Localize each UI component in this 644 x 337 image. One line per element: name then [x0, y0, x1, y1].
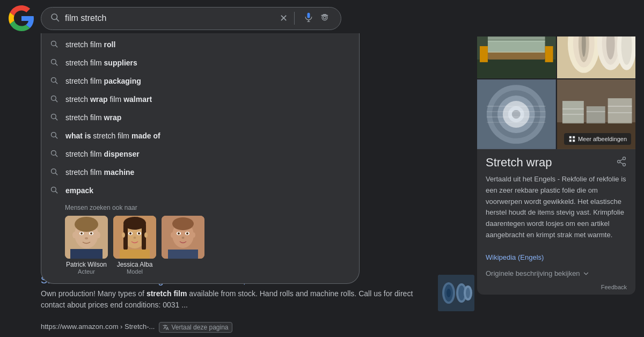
- translate-text: Vertaal deze pagina: [171, 324, 228, 331]
- svg-line-22: [55, 173, 57, 174]
- result-snippet: Own production! Many types of stretch fi…: [41, 288, 431, 311]
- search-bar[interactable]: film stretch ✕: [41, 7, 341, 30]
- clear-button[interactable]: ✕: [280, 12, 288, 24]
- autocomplete-text: stretch wrap film walmart: [65, 95, 152, 104]
- source-label: Originele beschrijving bekijken: [486, 269, 580, 277]
- autocomplete-text: stretch film suppliers: [65, 58, 137, 67]
- svg-line-153: [620, 162, 623, 164]
- person-avatar: [162, 216, 204, 259]
- svg-rect-114: [545, 46, 553, 62]
- kp-image-film-roll[interactable]: [477, 79, 556, 149]
- autocomplete-text: stretch film wrap: [65, 113, 121, 122]
- svg-line-10: [55, 63, 57, 65]
- voice-icon[interactable]: [303, 12, 314, 25]
- result-url: https://www.amazon.com › Stretch-...: [41, 323, 155, 331]
- svg-rect-139: [586, 106, 605, 123]
- svg-point-104: [466, 288, 470, 298]
- svg-point-51: [172, 217, 194, 230]
- autocomplete-item[interactable]: empack: [41, 181, 359, 200]
- person-name: Patrick Wilson: [66, 261, 107, 268]
- feedback-label[interactable]: Feedback: [477, 282, 635, 295]
- svg-point-27: [75, 217, 98, 232]
- grid-icon: [568, 135, 576, 143]
- svg-rect-140: [608, 98, 632, 123]
- svg-point-45: [134, 237, 136, 239]
- more-images-button[interactable]: Meer afbeeldingen: [564, 133, 631, 145]
- search-suggestion-icon: [50, 167, 58, 177]
- search-suggestion-icon: [50, 131, 58, 141]
- svg-point-47: [144, 232, 148, 238]
- kp-image-warehouse[interactable]: Meer afbeeldingen: [557, 79, 636, 149]
- svg-point-33: [72, 232, 77, 238]
- search-suggestion-icon: [50, 186, 58, 195]
- autocomplete-item[interactable]: what is stretch film made of: [41, 127, 359, 145]
- people-also-search: Mensen zoeken ook naar: [41, 200, 359, 277]
- svg-point-54: [178, 232, 180, 235]
- person-avatar: [65, 216, 108, 259]
- svg-rect-148: [569, 140, 572, 142]
- autocomplete-text: what is stretch film made of: [65, 131, 160, 140]
- result-image-thumbnail: [438, 275, 474, 311]
- person-name: Jessica Alba: [117, 261, 153, 268]
- autocomplete-text: stretch film roll: [65, 40, 115, 49]
- search-divider: [294, 12, 295, 25]
- search-input[interactable]: film stretch: [65, 13, 280, 23]
- autocomplete-text: empack: [65, 186, 93, 195]
- svg-line-20: [55, 155, 57, 156]
- person-card[interactable]: [162, 216, 204, 275]
- svg-rect-138: [562, 101, 583, 123]
- svg-point-56: [182, 237, 185, 239]
- google-logo: [9, 5, 34, 31]
- autocomplete-item[interactable]: stretch film wrap: [41, 108, 359, 127]
- share-button[interactable]: [616, 156, 627, 170]
- kp-description: Vertaald uit het Engels - Rekfolie of re…: [477, 174, 635, 269]
- autocomplete-item[interactable]: stretch film suppliers: [41, 54, 359, 72]
- knowledge-panel-container: Meer afbeeldingen Stretch wrap Vertaald …: [477, 9, 635, 295]
- autocomplete-text: stretch film machine: [65, 168, 134, 177]
- svg-rect-112: [477, 60, 556, 78]
- svg-rect-113: [480, 46, 488, 62]
- autocomplete-item[interactable]: stretch film roll: [41, 35, 359, 54]
- svg-point-6: [324, 16, 326, 19]
- header: film stretch ✕: [0, 0, 644, 36]
- search-suggestion-icon: [50, 58, 58, 68]
- svg-point-43: [129, 232, 131, 235]
- svg-point-32: [85, 237, 88, 239]
- translate-badge[interactable]: Vertaal deze pagina: [159, 322, 232, 333]
- svg-line-18: [55, 136, 57, 138]
- person-card[interactable]: Patrick Wilson Acteur: [65, 216, 108, 275]
- svg-rect-35: [70, 249, 103, 259]
- svg-point-57: [171, 232, 174, 238]
- svg-rect-146: [569, 136, 572, 138]
- kp-source[interactable]: Originele beschrijving bekijken: [477, 269, 635, 282]
- svg-rect-59: [168, 250, 198, 259]
- svg-point-46: [122, 232, 125, 238]
- svg-rect-106: [488, 52, 545, 60]
- wikipedia-link[interactable]: Wikipedia (Engels): [486, 253, 544, 261]
- svg-line-154: [620, 159, 623, 160]
- knowledge-panel: Meer afbeeldingen Stretch wrap Vertaald …: [477, 9, 635, 295]
- translate-icon: [163, 324, 169, 331]
- people-search-label: Mensen zoeken ook naar: [65, 204, 350, 211]
- person-role: Model: [127, 268, 143, 275]
- autocomplete-text: stretch film packaging: [65, 77, 141, 85]
- person-avatar: [113, 216, 156, 259]
- autocomplete-text: stretch film dispenser: [65, 150, 140, 158]
- autocomplete-item[interactable]: stretch wrap film walmart: [41, 90, 359, 108]
- autocomplete-item[interactable]: stretch film machine: [41, 163, 359, 181]
- svg-line-24: [55, 191, 57, 193]
- lens-icon[interactable]: [319, 12, 330, 25]
- search-suggestion-icon: [50, 149, 58, 159]
- autocomplete-item[interactable]: stretch film dispenser: [41, 145, 359, 163]
- person-role: Acteur: [78, 268, 95, 275]
- svg-line-16: [55, 118, 57, 120]
- people-avatars-container: Patrick Wilson Acteur: [65, 216, 350, 275]
- chevron-down-icon: [582, 270, 590, 277]
- person-card[interactable]: Jessica Alba Model: [113, 216, 156, 275]
- svg-point-151: [618, 160, 620, 163]
- kp-header: Stretch wrap: [477, 149, 635, 174]
- autocomplete-item[interactable]: stretch film packaging: [41, 72, 359, 90]
- svg-point-34: [96, 232, 100, 238]
- search-suggestion-icon: [50, 113, 58, 122]
- svg-rect-149: [573, 140, 575, 142]
